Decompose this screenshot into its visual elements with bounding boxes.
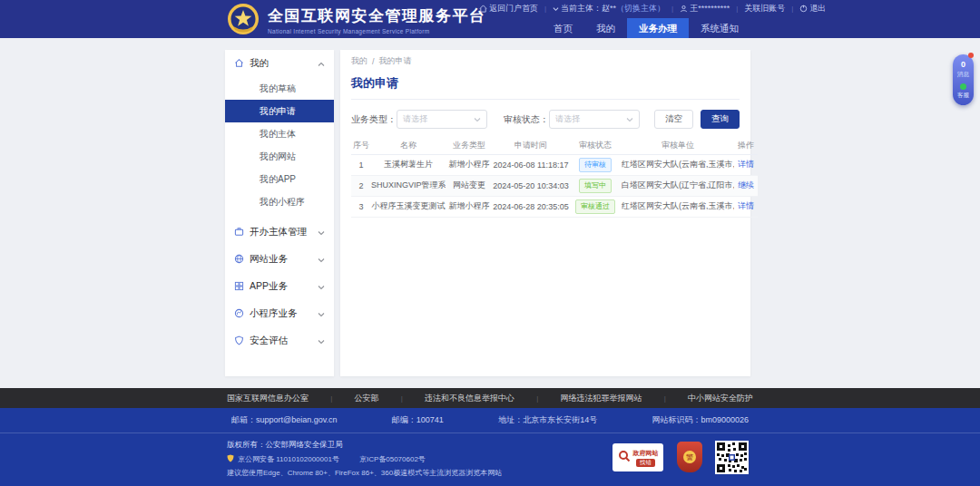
entity-label: 当前主体： xyxy=(561,4,602,13)
logout-button[interactable]: 退出 xyxy=(799,3,826,15)
sidebar-group-app[interactable]: APP业务 xyxy=(225,273,334,300)
icp-beian-text[interactable]: 京ICP备05070602号 xyxy=(359,454,426,464)
footer-link-mps[interactable]: 公安部 xyxy=(354,393,378,404)
service-label: 客服 xyxy=(957,92,969,100)
sidebar-item-my-entities[interactable]: 我的主体 xyxy=(225,122,334,145)
page-title: 我的申请 xyxy=(351,75,740,100)
cell-time: 2024-06-28 20:35:05 xyxy=(493,196,569,217)
switch-entity-link[interactable]: （切换主体） xyxy=(616,4,665,13)
table-row: 1 玉溪树薯生片 新增小程序 2024-06-08 11:18:17 待审核 红… xyxy=(351,154,758,175)
utility-bar: 返回门户首页 | 当前主体：赵**（切换主体） | 王********** | … xyxy=(479,3,826,15)
col-status: 审核状态 xyxy=(569,138,622,154)
user-icon xyxy=(680,5,688,13)
tab-mine[interactable]: 我的 xyxy=(584,18,627,38)
sidebar-item-my-miniprograms[interactable]: 我的小程序 xyxy=(225,190,334,213)
beian-shield-icon xyxy=(227,454,234,464)
col-action: 操作 xyxy=(734,138,758,154)
logout-icon xyxy=(799,5,808,13)
shield-icon xyxy=(234,335,244,347)
sidebar-item-my-applications[interactable]: 我的申请 xyxy=(225,100,334,122)
police-emblem-icon: 警 xyxy=(683,451,696,463)
footer-link-cybercrime-report[interactable]: 网络违法犯罪举报网站 xyxy=(560,393,642,404)
chevron-down-icon xyxy=(318,254,325,265)
notification-dot xyxy=(968,53,974,58)
status-badge: 待审核 xyxy=(579,158,612,172)
filter-bar: 业务类型： 请选择 审核状态： 请选择 清空 查询 xyxy=(351,110,740,129)
select-placeholder: 请选择 xyxy=(403,113,427,125)
tab-business[interactable]: 业务办理 xyxy=(627,18,689,38)
sidebar-group-security-assessment[interactable]: 安全评估 xyxy=(225,327,334,355)
cell-time: 2024-06-08 11:18:17 xyxy=(493,154,569,175)
link-old-account[interactable]: 关联旧账号 xyxy=(744,3,785,15)
business-type-label: 业务类型： xyxy=(351,113,397,126)
footer-link-report-center[interactable]: 违法和不良信息举报中心 xyxy=(425,393,514,404)
sidebar-group-miniprogram[interactable]: 小程序业务 xyxy=(225,300,334,327)
user-account[interactable]: 王********** xyxy=(680,3,730,15)
cyber-police-badge[interactable]: 警 xyxy=(677,442,702,472)
sidebar-group-label: 网站业务 xyxy=(250,253,312,266)
breadcrumb: 我的 / 我的申请 xyxy=(351,55,740,67)
col-name: 名称 xyxy=(371,138,446,154)
divider: | xyxy=(671,5,673,13)
tab-notifications[interactable]: 系统通知 xyxy=(689,18,750,38)
gov-badge-text: 政府网站 找错 xyxy=(633,449,659,467)
platform-subtitle: National Internet Security Management Se… xyxy=(268,28,486,34)
table-header-row: 序号 名称 业务类型 申请时间 审核状态 审核单位 操作 xyxy=(351,138,758,154)
browser-tip-text: 建议您使用Edge、Chrome 80+、FireFox 86+、360极速模式… xyxy=(227,468,502,478)
chevron-down-icon xyxy=(318,281,325,292)
sidebar-group-my[interactable]: 我的 xyxy=(225,50,334,77)
footer-address: 地址：北京市东长安街14号 xyxy=(498,414,597,426)
cell-action: 详情 xyxy=(734,154,758,175)
col-unit: 审核单位 xyxy=(622,138,734,154)
clear-button[interactable]: 清空 xyxy=(654,110,693,129)
breadcrumb-root[interactable]: 我的 xyxy=(351,55,368,67)
table-row: 3 小程序玉溪变更测试 新增小程序 2024-06-28 20:35:05 审核… xyxy=(351,196,758,217)
copyright-text: 版权所有：公安部网络安全保卫局 xyxy=(227,440,502,451)
globe-icon xyxy=(234,254,244,266)
detail-link[interactable]: 详情 xyxy=(738,201,754,210)
divider: | xyxy=(401,394,403,403)
briefcase-icon xyxy=(234,227,244,238)
footer-postcode: 邮编：100741 xyxy=(392,414,444,426)
portal-home-link[interactable]: 返回门户首页 xyxy=(479,3,538,15)
footer-link-site-protection[interactable]: 中小网站安全防护 xyxy=(688,393,753,404)
sidebar-item-my-websites[interactable]: 我的网站 xyxy=(225,145,334,168)
continue-link[interactable]: 继续 xyxy=(738,180,754,190)
sidebar-item-my-drafts[interactable]: 我的草稿 xyxy=(225,77,334,100)
sidebar-group-website[interactable]: 网站业务 xyxy=(225,246,334,273)
grid-icon xyxy=(234,281,244,293)
detail-link[interactable]: 详情 xyxy=(738,160,754,169)
search-button[interactable]: 查询 xyxy=(701,110,740,129)
cell-unit: 白塔区网安大队(辽宁省,辽阳市,白塔区) xyxy=(622,175,734,196)
cell-status: 审核通过 xyxy=(569,196,622,217)
chevron-down-icon xyxy=(626,115,633,124)
cell-name: 小程序玉溪变更测试 xyxy=(371,196,446,217)
logout-label: 退出 xyxy=(809,4,826,13)
sidebar-group-entity-mgmt[interactable]: 开办主体管理 xyxy=(225,219,334,246)
brand: 全国互联网安全管理服务平台 National Internet Security… xyxy=(227,3,486,39)
cell-type: 网站变更 xyxy=(446,175,493,196)
tab-home[interactable]: 首页 xyxy=(542,18,584,38)
police-badge-logo xyxy=(227,3,260,39)
business-type-select[interactable]: 请选择 xyxy=(397,110,487,129)
sidebar-item-my-apps[interactable]: 我的APP xyxy=(225,168,334,190)
floating-message-widget[interactable]: 0 消息 客服 xyxy=(953,54,974,105)
breadcrumb-current: 我的申请 xyxy=(379,55,412,67)
divider: | xyxy=(536,394,538,403)
message-label: 消息 xyxy=(957,71,969,79)
cell-status: 待审核 xyxy=(569,154,622,175)
portal-home-label: 返回门户首页 xyxy=(489,4,538,13)
footer-link-cac[interactable]: 国家互联网信息办公室 xyxy=(227,393,309,404)
page: 返回门户首页 | 当前主体：赵**（切换主体） | 王********** | … xyxy=(0,0,980,486)
gov-site-error-badge[interactable]: 政府网站 找错 xyxy=(612,443,663,471)
review-status-select[interactable]: 请选择 xyxy=(549,110,640,129)
cell-type: 新增小程序 xyxy=(446,196,493,217)
select-placeholder: 请选择 xyxy=(555,113,580,125)
footer-bottom: 版权所有：公安部网络安全保卫局 京公网安备 11010102000001号 京I… xyxy=(0,433,980,486)
footer-legal-block: 版权所有：公安部网络安全保卫局 京公网安备 11010102000001号 京I… xyxy=(227,440,502,478)
current-entity[interactable]: 当前主体：赵**（切换主体） xyxy=(553,3,665,15)
sidebar-group-label: 开办主体管理 xyxy=(250,226,312,238)
cell-no: 2 xyxy=(351,175,371,196)
gongan-beian-text[interactable]: 京公网安备 11010102000001号 xyxy=(238,454,339,464)
qr-code xyxy=(715,441,749,474)
